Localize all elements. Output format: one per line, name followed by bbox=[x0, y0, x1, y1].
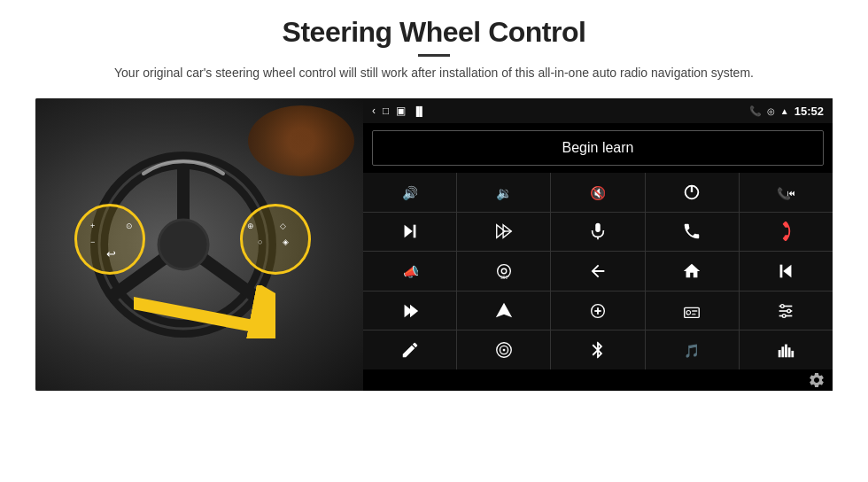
phone-icon: 📞 bbox=[749, 105, 762, 117]
svg-text:📣: 📣 bbox=[402, 263, 419, 279]
svg-marker-34 bbox=[784, 265, 792, 278]
title-section: Steering Wheel Control Your original car… bbox=[114, 16, 754, 93]
svg-text:↩: ↩ bbox=[106, 247, 116, 260]
svg-text:◈: ◈ bbox=[283, 237, 289, 246]
camera360-button[interactable]: 360° bbox=[457, 252, 550, 291]
wifi-icon: ▲ bbox=[780, 106, 789, 116]
title-divider bbox=[418, 54, 450, 57]
android-panel: ‹ □ ▣ ▐▌ 📞 ◎ ▲ 15:52 Begin learn bbox=[363, 98, 833, 391]
settings-eq-button[interactable] bbox=[740, 292, 833, 330]
vol-down-button[interactable]: 🔉 bbox=[457, 173, 550, 212]
settings-row bbox=[363, 369, 833, 391]
svg-text:○: ○ bbox=[258, 237, 262, 246]
svg-marker-38 bbox=[496, 302, 512, 317]
svg-rect-45 bbox=[692, 313, 696, 315]
navigation-button[interactable] bbox=[457, 292, 550, 330]
phone-prev-button[interactable]: 📞 ⏮ bbox=[740, 173, 833, 212]
svg-text:⊙: ⊙ bbox=[126, 222, 133, 230]
left-buttons-icons: + ⊙ − ↩ bbox=[81, 209, 145, 273]
status-bar: ‹ □ ▣ ▐▌ 📞 ◎ ▲ 15:52 bbox=[363, 98, 833, 123]
svg-rect-60 bbox=[792, 351, 794, 357]
svg-point-51 bbox=[783, 314, 787, 317]
svg-text:◇: ◇ bbox=[280, 222, 286, 230]
status-bar-right: 📞 ◎ ▲ 15:52 bbox=[749, 105, 824, 118]
svg-point-32 bbox=[501, 268, 507, 274]
svg-point-5 bbox=[159, 220, 208, 269]
controls-grid: 🔊 🔉 🔇 📞 ⏮ bbox=[363, 173, 833, 369]
edit-button[interactable] bbox=[363, 330, 456, 369]
svg-text:⊕: ⊕ bbox=[247, 222, 254, 230]
page-subtitle: Your original car's steering wheel contr… bbox=[114, 64, 754, 82]
svg-text:+: + bbox=[90, 222, 95, 230]
power-button[interactable] bbox=[646, 173, 739, 212]
svg-rect-57 bbox=[782, 347, 785, 358]
svg-text:🔊: 🔊 bbox=[401, 184, 418, 200]
home-square-icon[interactable]: □ bbox=[383, 105, 389, 117]
phone-answer-button[interactable] bbox=[646, 213, 739, 252]
equalizer-bars-button[interactable] bbox=[740, 330, 833, 369]
svg-line-15 bbox=[134, 303, 249, 325]
back-nav-button[interactable] bbox=[551, 252, 644, 291]
shuffle-button[interactable] bbox=[457, 213, 550, 252]
begin-learn-row: Begin learn bbox=[363, 123, 833, 173]
svg-rect-35 bbox=[780, 265, 783, 278]
recent-apps-icon[interactable]: ▣ bbox=[396, 105, 406, 117]
horn-button[interactable]: 📣 bbox=[363, 252, 456, 291]
equalizer-button[interactable] bbox=[551, 292, 644, 330]
svg-text:360°: 360° bbox=[500, 276, 509, 280]
mic-button[interactable] bbox=[551, 213, 644, 252]
svg-text:⏮: ⏮ bbox=[787, 188, 795, 197]
right-buttons-icons: ⊕ ◇ ○ ◈ bbox=[240, 209, 304, 273]
back-arrow-icon[interactable]: ‹ bbox=[372, 105, 376, 117]
phone-hangup-button[interactable] bbox=[740, 213, 833, 252]
svg-rect-59 bbox=[788, 347, 791, 357]
svg-marker-23 bbox=[404, 225, 412, 238]
svg-text:🔉: 🔉 bbox=[496, 184, 513, 200]
svg-point-54 bbox=[502, 349, 505, 352]
svg-rect-56 bbox=[779, 350, 781, 357]
svg-marker-37 bbox=[410, 304, 418, 317]
skip-forward-button[interactable] bbox=[363, 213, 456, 252]
bluetooth-button[interactable] bbox=[551, 330, 644, 369]
signal-icon: ▐▌ bbox=[413, 106, 425, 116]
svg-rect-44 bbox=[692, 310, 697, 312]
gps-icon: ◎ bbox=[767, 106, 775, 116]
yellow-arrow bbox=[134, 285, 275, 338]
svg-rect-28 bbox=[595, 223, 601, 232]
svg-text:−: − bbox=[90, 237, 95, 246]
svg-text:🎵: 🎵 bbox=[684, 343, 701, 359]
vol-up-button[interactable]: 🔊 bbox=[363, 173, 456, 212]
settings-gear-icon[interactable] bbox=[808, 371, 825, 389]
status-bar-left: ‹ □ ▣ ▐▌ bbox=[372, 105, 425, 117]
music-settings-button[interactable]: 🎵 bbox=[646, 330, 739, 369]
radio-button[interactable] bbox=[646, 292, 739, 330]
svg-point-43 bbox=[686, 310, 691, 315]
page-title: Steering Wheel Control bbox=[114, 16, 754, 49]
begin-learn-button[interactable]: Begin learn bbox=[372, 130, 824, 166]
svg-rect-58 bbox=[785, 345, 787, 358]
svg-point-50 bbox=[787, 309, 791, 313]
home-nav-button[interactable] bbox=[646, 252, 739, 291]
svg-point-49 bbox=[781, 304, 785, 307]
page-container: Steering Wheel Control Your original car… bbox=[0, 0, 868, 482]
steering-wheel-image: + ⊙ − ↩ ⊕ ◇ ○ ◈ bbox=[35, 98, 363, 391]
prev-track-button[interactable] bbox=[740, 252, 833, 291]
svg-rect-24 bbox=[413, 225, 415, 238]
svg-text:🔇: 🔇 bbox=[590, 184, 607, 200]
content-area: + ⊙ − ↩ ⊕ ◇ ○ ◈ bbox=[35, 98, 833, 391]
mute-button[interactable]: 🔇 bbox=[551, 173, 644, 212]
fast-forward-button[interactable] bbox=[363, 292, 456, 330]
status-time: 15:52 bbox=[794, 105, 824, 118]
target-button[interactable] bbox=[457, 330, 550, 369]
